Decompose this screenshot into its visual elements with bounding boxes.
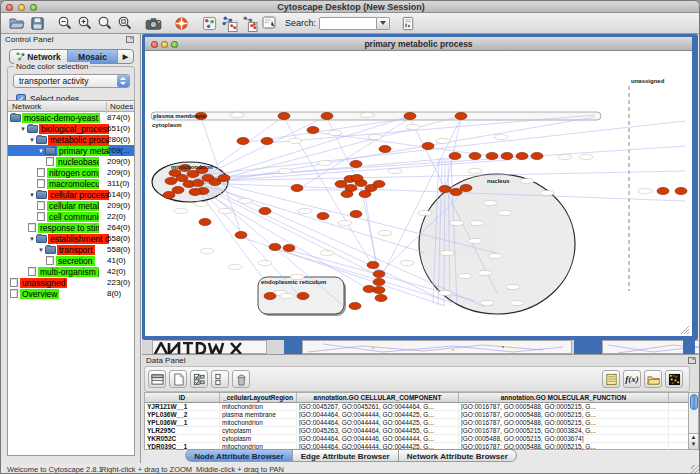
tree-row-label[interactable]: nucleobase- — [56, 157, 99, 167]
node-label-bubble[interactable] — [480, 300, 494, 305]
node-label-bubble[interactable] — [440, 250, 454, 255]
node[interactable] — [269, 243, 281, 250]
table-cell[interactable]: YKR052C — [145, 435, 220, 442]
expander-icon[interactable]: ▼ — [37, 247, 45, 253]
node-label-bubble[interactable] — [436, 138, 450, 143]
tab-network-attribute-browser[interactable]: Network Attribute Browser — [399, 449, 517, 462]
table-vertical-scrollbar[interactable]: ▲▼ — [688, 392, 699, 450]
background-window-overview[interactable] — [152, 340, 267, 354]
tree-row-primary-metabo[interactable]: ▼primary metabo209(... — [8, 145, 134, 156]
network-canvas[interactable]: plasma membranecytoplasmmitochondrionnuc… — [145, 51, 692, 336]
help-icon[interactable] — [172, 14, 190, 32]
zoom-out-icon[interactable] — [56, 14, 74, 32]
tree-row-label[interactable]: primary metabo — [57, 146, 109, 156]
table-cell[interactable]: mitochondrion — [220, 419, 297, 426]
table-cell[interactable]: cytoplasm — [220, 435, 297, 442]
edge[interactable] — [197, 116, 327, 179]
table-cell[interactable]: [GO:0016787, GO:0005488, GO:0005215, G..… — [459, 403, 669, 410]
table-cell[interactable]: mitochondrion — [220, 403, 297, 410]
node[interactable] — [218, 174, 230, 181]
node[interactable] — [375, 294, 387, 301]
table-cell[interactable]: YPL036W__2 — [145, 411, 220, 418]
table-column-header[interactable]: ID — [145, 393, 220, 402]
expander-icon[interactable]: ▼ — [28, 192, 36, 198]
node[interactable] — [501, 152, 513, 159]
node[interactable] — [317, 212, 329, 219]
tree-row-transport[interactable]: ▼transport558(0) — [8, 244, 134, 255]
delete-attribute-icon[interactable] — [232, 370, 250, 388]
table-cell[interactable]: [GO:0016787, GO:0005488, GO:0005215, G..… — [459, 411, 669, 418]
canvas-resize-grip[interactable] — [687, 332, 689, 334]
node[interactable] — [469, 152, 481, 159]
node-label-bubble[interactable] — [510, 300, 524, 305]
node[interactable] — [237, 137, 249, 144]
tree-row-label[interactable]: cellular process — [48, 190, 109, 200]
table-cell[interactable]: plasma membrane — [220, 411, 297, 418]
node-label-bubble[interactable] — [470, 220, 484, 225]
node[interactable] — [460, 184, 472, 191]
edge[interactable] — [193, 121, 685, 176]
node-label-bubble[interactable] — [228, 264, 242, 269]
background-window-network-1[interactable] — [302, 340, 572, 354]
node[interactable] — [291, 184, 303, 191]
resize-grip[interactable] — [691, 465, 699, 473]
node[interactable] — [278, 112, 290, 119]
background-window-edge[interactable] — [683, 340, 695, 354]
tree-row-label[interactable]: secretion — [56, 256, 95, 266]
node[interactable] — [379, 145, 391, 152]
new-attribute-icon[interactable] — [169, 370, 187, 388]
tree-row-label[interactable]: nitrogen compo — [47, 168, 99, 178]
node-label-bubble[interactable] — [288, 138, 302, 143]
scrollbar-arrows[interactable]: ▲▼ — [689, 433, 698, 449]
node[interactable] — [404, 112, 416, 119]
node[interactable] — [321, 112, 333, 119]
node-label-bubble[interactable] — [298, 208, 312, 213]
node[interactable] — [449, 152, 461, 159]
node-label-bubble[interactable] — [328, 130, 342, 135]
table-cell[interactable]: YPL036W__1 — [145, 419, 220, 426]
table-cell[interactable]: [GO:0044464, GO:0044444, GO:0044425, G..… — [297, 411, 459, 418]
tree-row-nucleobase-[interactable]: nucleobase-209(0) — [8, 156, 134, 167]
node-label-bubble[interactable] — [494, 134, 508, 139]
node-label-bubble[interactable] — [318, 160, 332, 165]
node-label-bubble[interactable] — [258, 260, 272, 265]
node-label-bubble[interactable] — [218, 208, 232, 213]
scrollbar-thumb[interactable] — [690, 394, 698, 410]
background-window-edge[interactable] — [574, 340, 602, 354]
new-network-from-selected-nodes-edges-icon[interactable] — [220, 14, 238, 32]
tree-row-label[interactable]: metabolic process — [48, 135, 109, 145]
node-label-bubble[interactable] — [278, 168, 292, 173]
expander-icon[interactable]: ▼ — [28, 137, 36, 143]
vizmapper-icon[interactable] — [200, 14, 218, 32]
node[interactable] — [531, 152, 543, 159]
node-label-bubble[interactable] — [458, 273, 472, 278]
tree-row-label[interactable]: transport — [57, 245, 95, 255]
save-session-icon[interactable] — [28, 14, 46, 32]
tree-row-label[interactable]: establishment of lo — [48, 234, 109, 244]
node-label-bubble[interactable] — [483, 200, 497, 205]
edge[interactable] — [195, 116, 284, 181]
node-label-bubble[interactable] — [400, 260, 414, 265]
table-row[interactable]: YPL036W__1mitochondrion[GO:0044464, GO:0… — [145, 419, 689, 427]
tab-node-attribute-browser[interactable]: Node Attribute Browser — [185, 449, 293, 462]
snapshot-icon[interactable] — [144, 14, 162, 32]
node[interactable] — [297, 292, 309, 299]
tree-row-unassigned[interactable]: unassigned223(0) — [8, 277, 134, 288]
table-column-header[interactable]: annotation.GO MOLECULAR_FUNCTION — [459, 393, 669, 402]
node-label-bubble[interactable] — [488, 253, 502, 258]
select-attributes-icon[interactable] — [190, 370, 208, 388]
tree-row-label[interactable]: response to stimulu — [38, 223, 99, 233]
open-session-icon[interactable] — [8, 14, 26, 32]
tree-row-biological-process[interactable]: ▼biological_process651(0) — [8, 123, 134, 134]
node-label-bubble[interactable] — [378, 230, 392, 235]
zoom-selected-region-icon[interactable] — [116, 14, 134, 32]
node-label-bubble[interactable] — [438, 290, 452, 295]
node-label-bubble[interactable] — [360, 112, 374, 117]
node-label-bubble[interactable] — [174, 208, 188, 213]
tree-row-metabolic-process[interactable]: ▼metabolic process280(0) — [8, 134, 134, 145]
edge[interactable] — [202, 171, 685, 181]
tree-row-cellular-process[interactable]: ▼cellular process614(0) — [8, 189, 134, 200]
node[interactable] — [235, 231, 247, 238]
node-label-bubble[interactable] — [498, 210, 512, 215]
search-input[interactable] — [319, 17, 377, 30]
